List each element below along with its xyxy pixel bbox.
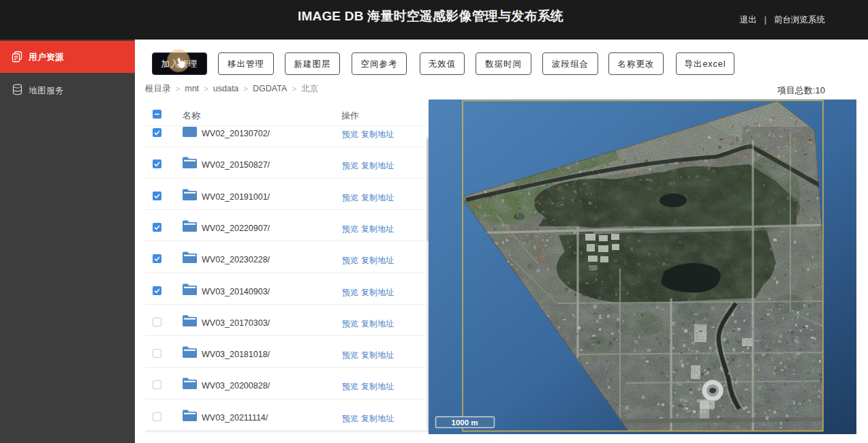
- svg-text:1000 m: 1000 m: [451, 418, 478, 427]
